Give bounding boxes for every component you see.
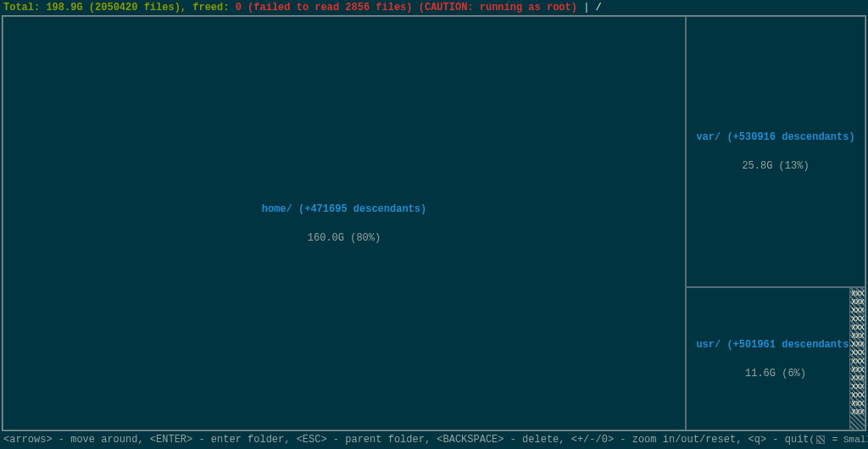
dir-stats: 160.0G (80%): [308, 232, 381, 244]
status-header: Total: 198.9G (2050420 files), freed: 0 …: [0, 0, 868, 15]
freed-label: freed:: [192, 2, 229, 14]
fail-msg: (failed to read 2856 files): [248, 2, 412, 14]
small-files-strip[interactable]: xxx xxx xxx xxx xxx xxx xxx xxx xxx xxx …: [849, 288, 865, 430]
dir-path-label: var/: [696, 131, 721, 143]
treemap-cell-usr[interactable]: usr/ (+501961 descendants) 11.6G (6%) xx…: [686, 287, 865, 430]
treemap-cell-var[interactable]: var/ (+530916 descendants) 25.8G (13%): [686, 16, 865, 287]
legend-prefix: (: [810, 435, 815, 445]
dir-descendants: (+530916 descendants): [726, 131, 854, 143]
hatch-icon: xxx: [851, 408, 864, 417]
dir-path-label: home/: [262, 203, 292, 215]
dir-stats: 11.6G (6%): [745, 368, 806, 380]
total-value: 198.9G (2050420 files): [46, 2, 180, 14]
help-footer: <arrows> - move around, <ENTER> - enter …: [0, 431, 868, 449]
dir-stats: 25.8G (13%): [742, 160, 809, 172]
legend: ( = Small files): [810, 435, 868, 445]
treemap-cell-home[interactable]: home/ (+471695 descendants) 160.0G (80%): [3, 16, 686, 430]
current-path: /: [596, 2, 602, 14]
freed-value: 0: [236, 2, 242, 14]
hatch-swatch-icon: [816, 435, 825, 444]
dir-path-label: usr/: [696, 339, 721, 351]
dir-name: home/ (+471695 descendants): [262, 203, 426, 215]
total-label: Total:: [3, 2, 40, 14]
dir-name: var/ (+530916 descendants): [696, 131, 854, 143]
legend-text: = Small files): [826, 435, 868, 445]
keybindings-help: <arrows> - move around, <ENTER> - enter …: [3, 434, 810, 446]
treemap-grid[interactable]: home/ (+471695 descendants) 160.0G (80%)…: [2, 15, 866, 431]
dir-descendants: (+471695 descendants): [298, 203, 426, 215]
separator: |: [583, 2, 589, 14]
caution-msg: (CAUTION: running as root): [419, 2, 577, 14]
dir-name: usr/ (+501961 descendants): [696, 339, 854, 351]
dir-descendants: (+501961 descendants): [726, 339, 854, 351]
